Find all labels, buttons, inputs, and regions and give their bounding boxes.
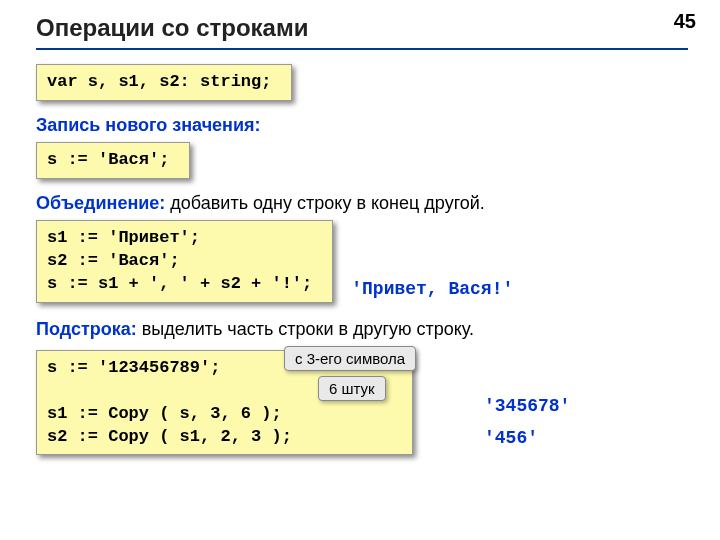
result-concat: 'Привет, Вася!' <box>351 279 513 299</box>
section-sub-label: Подстрока: <box>36 319 137 339</box>
code-assign: s := 'Вася'; <box>36 142 190 179</box>
slide: 45 Операции со строками var s, s1, s2: s… <box>0 0 720 540</box>
section-sub-desc: выделить часть строки в другую строку. <box>137 319 474 339</box>
section-concat: Объединение: добавить одну строку в коне… <box>36 193 688 214</box>
substring-results: '345678' '456' <box>484 396 570 448</box>
section-concat-desc: добавить одну строку в конец другой. <box>165 193 485 213</box>
section-concat-label: Объединение: <box>36 193 165 213</box>
result-sub2: '456' <box>484 428 570 448</box>
section-assign-label: Запись нового значения: <box>36 115 688 136</box>
page-number: 45 <box>674 10 696 33</box>
callout-count: 6 штук <box>318 376 386 401</box>
code-declaration: var s, s1, s2: string; <box>36 64 292 101</box>
slide-title: Операции со строками <box>36 14 688 42</box>
section-substring: Подстрока: выделить часть строки в другу… <box>36 319 688 340</box>
code-concat: s1 := 'Привет'; s2 := 'Вася'; s := s1 + … <box>36 220 333 303</box>
substring-area: s := '123456789'; s1 := Copy ( s, 3, 6 )… <box>36 350 688 456</box>
concat-row: s1 := 'Привет'; s2 := 'Вася'; s := s1 + … <box>36 220 688 303</box>
title-rule <box>36 48 688 50</box>
callout-from-char: с 3-его символа <box>284 346 416 371</box>
result-sub1: '345678' <box>484 396 570 416</box>
